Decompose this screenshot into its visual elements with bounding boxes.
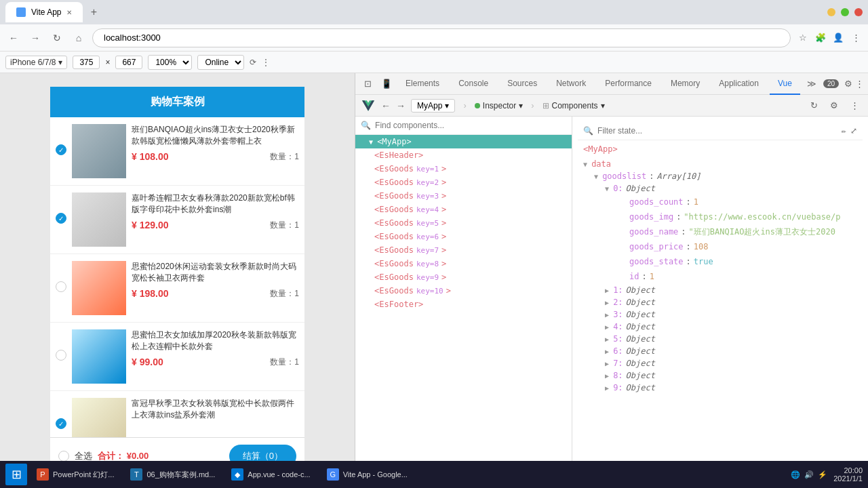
tab-close-button[interactable]: ✕ <box>66 9 72 16</box>
tree-item-esgoods-8[interactable]: <EsGoods key=8> <box>355 257 572 270</box>
tree-item-esgoods-10[interactable]: <EsGoods key=10> <box>355 284 572 298</box>
device-selector[interactable]: iPhone 6/7/8 ▾ <box>5 56 67 69</box>
vue-forward-button[interactable]: → <box>396 100 406 111</box>
reload-button[interactable]: ↻ <box>49 30 65 46</box>
start-button[interactable]: ⊞ <box>5 464 27 485</box>
component-search-input[interactable] <box>375 121 566 130</box>
item0-expand-arrow[interactable]: ▼ <box>605 185 609 192</box>
devtools-settings-button[interactable]: ⚙ <box>844 79 852 89</box>
active-tab[interactable]: Vite App ✕ <box>5 2 83 22</box>
taskbar-item-browser[interactable]: G Vite App - Google... <box>320 462 414 487</box>
close-window-button[interactable] <box>854 8 863 16</box>
taskbar-item-vscode[interactable]: ◆ App.vue - code-c... <box>224 462 317 487</box>
tree-item-esgoods-2[interactable]: <EsGoods key=2> <box>355 176 572 189</box>
extensions-icon[interactable]: 🧩 <box>814 31 827 45</box>
main-area: 购物车案例 班们BANQIAO超火ins薄卫衣女士2020秋季新款韩版宽松慵懒风… <box>0 73 868 488</box>
tab-memory[interactable]: Memory <box>663 73 708 95</box>
window-controls <box>827 8 863 16</box>
item5-row[interactable]: ▶ 5: Object <box>605 333 857 345</box>
tree-item-esgoods-7[interactable]: <EsGoods key=7> <box>355 243 572 257</box>
taskbar-item-markdown[interactable]: T 06_购物车案例.md... <box>123 462 222 487</box>
tree-item-myapp[interactable]: ▼ <MyApp> <box>355 135 572 148</box>
item7-row[interactable]: ▶ 7: Object <box>605 357 857 369</box>
item1-row[interactable]: ▶ 1: Object <box>605 284 857 296</box>
product-checkbox-1[interactable] <box>56 144 66 155</box>
bookmark-icon[interactable]: ☆ <box>796 31 810 45</box>
edit-icon[interactable]: ✏ <box>842 126 846 136</box>
devtools-more-button[interactable]: ⋮ <box>855 79 864 89</box>
system-tray: 🌐 🔊 ⚡ <box>790 469 828 480</box>
maximize-button[interactable] <box>841 8 849 16</box>
vue-more-button[interactable]: ⋮ <box>846 98 863 114</box>
tree-item-esgoods-3[interactable]: <EsGoods key=3> <box>355 189 572 203</box>
vue-settings-button[interactable]: ⚙ <box>826 98 842 114</box>
width-input[interactable] <box>73 56 100 69</box>
product-checkbox-4[interactable] <box>56 350 66 361</box>
vue-back-button[interactable]: ← <box>381 100 391 111</box>
select-all-checkbox[interactable] <box>58 451 69 462</box>
tree-item-esgoods-4[interactable]: <EsGoods key=4> <box>355 203 572 216</box>
goods-price-key: goods_price <box>629 241 683 253</box>
new-tab-button[interactable]: + <box>85 4 102 20</box>
goods-id-row: id : 1 <box>618 269 857 284</box>
item6-row[interactable]: ▶ 6: Object <box>605 345 857 357</box>
data-expand-arrow[interactable]: ▼ <box>583 161 587 168</box>
tree-item-esheader[interactable]: <EsHeader> <box>355 148 572 162</box>
device-mode-button[interactable]: 📱 <box>378 76 395 92</box>
product-item: 思蜜怡卫衣女加绒加厚2020秋冬装新款韩版宽松上衣连帽中长款外套 ¥ 99.00… <box>50 323 304 391</box>
taskbar-powerpoint-label: PowerPoint 幻灯... <box>53 470 114 480</box>
goodslist-expand-arrow[interactable]: ▼ <box>594 173 598 180</box>
vue-refresh-button[interactable]: ↻ <box>806 98 822 114</box>
back-button[interactable]: ← <box>5 30 22 46</box>
item9-row[interactable]: ▶ 9: Object <box>605 382 857 394</box>
tray-network-icon[interactable]: 🌐 <box>790 469 801 480</box>
tab-elements[interactable]: Elements <box>397 73 448 95</box>
tree-item-esgoods-6[interactable]: <EsGoods key=6> <box>355 230 572 243</box>
rotate-icon[interactable]: ⟳ <box>250 58 256 67</box>
inspect-element-button[interactable]: ⊡ <box>359 76 376 92</box>
tab-network[interactable]: Network <box>548 73 594 95</box>
clock-date: 2021/1/1 <box>833 474 863 483</box>
item2-row[interactable]: ▶ 2: Object <box>605 296 857 308</box>
goods-id-value: 1 <box>650 270 654 283</box>
tab-performance[interactable]: Performance <box>597 73 660 95</box>
tray-battery-icon[interactable]: ⚡ <box>817 469 828 480</box>
tab-application[interactable]: Application <box>711 73 767 95</box>
inspector-button[interactable]: Inspector ▾ <box>475 101 523 110</box>
item4-row[interactable]: ▶ 4: Object <box>605 321 857 333</box>
product-price-4: ¥ 99.00 <box>132 357 163 367</box>
tab-sources[interactable]: Sources <box>499 73 545 95</box>
more-tabs-button[interactable]: ≫ <box>803 76 821 92</box>
zoom-selector[interactable]: 100% <box>148 55 192 70</box>
tree-item-esgoods-5[interactable]: <EsGoods key=5> <box>355 216 572 230</box>
minimize-button[interactable] <box>827 8 835 16</box>
vue-app-selector[interactable]: MyApp ▾ <box>411 99 455 113</box>
taskbar-item-powerpoint[interactable]: P PowerPoint 幻灯... <box>30 462 121 487</box>
item3-row[interactable]: ▶ 3: Object <box>605 308 857 321</box>
tab-console[interactable]: Console <box>450 73 496 95</box>
menu-icon[interactable]: ⋮ <box>849 31 863 45</box>
product-info-1: 班们BANQIAO超火ins薄卫衣女士2020秋季新款韩版宽松慵懒风薄款外套带帽… <box>132 124 299 163</box>
expand-icon[interactable]: ⤢ <box>850 126 857 136</box>
more-options-icon[interactable]: ⋮ <box>262 58 270 67</box>
components-button[interactable]: ⊞ Components ▾ <box>542 101 605 110</box>
tree-item-esgoods-1[interactable]: <EsGoods key=1> <box>355 162 572 176</box>
profile-icon[interactable]: 👤 <box>831 31 845 45</box>
tree-item-esfooter[interactable]: <EsFooter> <box>355 298 572 311</box>
network-selector[interactable]: Online <box>197 55 244 70</box>
product-bottom-2: ¥ 129.00 数量：1 <box>132 220 299 231</box>
forward-button[interactable]: → <box>27 30 43 46</box>
product-checkbox-3[interactable] <box>56 281 66 292</box>
tab-vue[interactable]: Vue <box>770 73 800 95</box>
product-checkbox-5[interactable] <box>56 418 66 429</box>
item8-row[interactable]: ▶ 8: Object <box>605 369 857 382</box>
url-bar[interactable]: localhost:3000 <box>92 28 791 47</box>
tray-volume-icon[interactable]: 🔊 <box>804 469 814 480</box>
state-filter-input[interactable] <box>597 126 837 136</box>
height-input[interactable] <box>115 56 142 69</box>
dimension-separator: × <box>105 58 110 67</box>
home-button[interactable]: ⌂ <box>71 30 87 46</box>
product-checkbox-2[interactable] <box>56 213 66 224</box>
goods-state-key: goods_state <box>629 256 683 268</box>
tree-item-esgoods-9[interactable]: <EsGoods key=9> <box>355 270 572 284</box>
